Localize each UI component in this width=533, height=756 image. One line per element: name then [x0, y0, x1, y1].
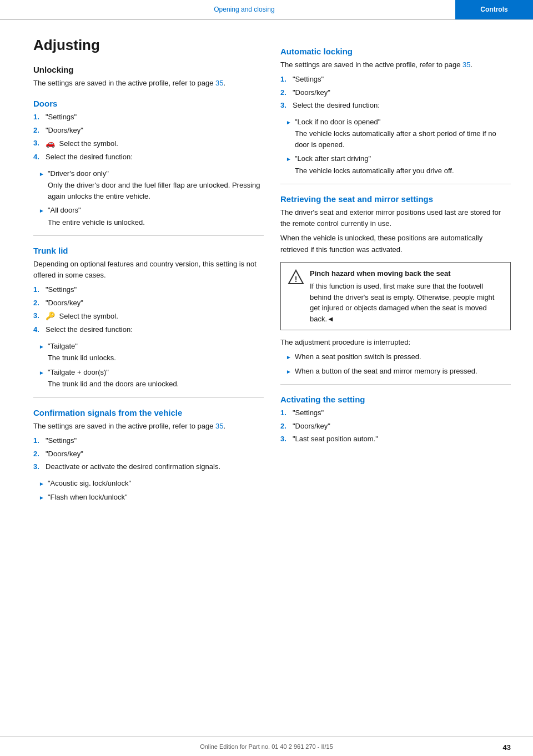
bullet-desc: Only the driver's door and the fuel fill… — [48, 180, 264, 201]
bullet-title: "Lock if no door is opened" — [295, 118, 381, 126]
page-footer: Online Edition for Part no. 01 40 2 961 … — [0, 736, 533, 756]
step-item: 1."Settings" — [280, 74, 511, 85]
divider — [33, 397, 264, 398]
section-activating-heading: Activating the setting — [280, 395, 511, 404]
left-column: Adjusting Unlocking The settings are sav… — [33, 37, 264, 506]
list-item: ► When a button of the seat and mirror m… — [286, 366, 511, 377]
doors-steps: 1."Settings" 2."Doors/key" 3.🚗 Select th… — [33, 112, 264, 163]
section-confirmation-heading: Confirmation signals from the vehicle — [33, 408, 264, 417]
list-item: ► "Driver's door only" Only the driver's… — [39, 168, 264, 202]
page-title: Adjusting — [33, 37, 264, 54]
step-item: 4.Select the desired function: — [33, 152, 264, 163]
adjustment-interrupted: The adjustment procedure is interrupted: — [280, 337, 511, 348]
confirmation-steps: 1."Settings" 2."Doors/key" 3.Deactivate … — [33, 435, 264, 472]
page-header: Opening and closing Controls — [0, 0, 533, 20]
bullet-icon: ► — [39, 493, 44, 502]
auto-locking-link[interactable]: 35 — [462, 61, 470, 69]
bullet-icon: ► — [286, 367, 291, 376]
bullet-title: "Tailgate" — [48, 342, 78, 350]
confirmation-link[interactable]: 35 — [215, 422, 223, 430]
list-item: ► "All doors" The entire vehicle is unlo… — [39, 205, 264, 228]
divider — [280, 184, 511, 184]
list-item: ► "Acoustic sig. lock/unlock" — [39, 478, 264, 489]
list-item: ► "Tailgate + door(s)" The trunk lid and… — [39, 367, 264, 390]
step-item: 3.Select the desired function: — [280, 100, 511, 111]
auto-locking-steps: 1."Settings" 2."Doors/key" 3.Select the … — [280, 74, 511, 111]
door-icon: 🚗 — [46, 138, 55, 149]
list-item: ► When a seat position switch is pressed… — [286, 351, 511, 362]
bullet-icon: ► — [39, 206, 44, 215]
list-item: ► "Flash when lock/unlock" — [39, 492, 264, 503]
step-item: 2."Doors/key" — [280, 421, 511, 432]
header-section-left: Opening and closing — [0, 6, 455, 13]
interrupt-bullets: ► When a seat position switch is pressed… — [286, 351, 511, 376]
section-seat-mirror-heading: Retrieving the seat and mirror settings — [280, 194, 511, 204]
right-column: Automatic locking The settings are saved… — [280, 37, 511, 506]
activating-steps: 1."Settings" 2."Doors/key" 3."Last seat … — [280, 407, 511, 445]
footer-text: Online Edition for Part no. 01 40 2 961 … — [200, 743, 333, 750]
step-item: 2."Doors/key" — [33, 125, 264, 136]
step-item: 3.Deactivate or activate the desired con… — [33, 461, 264, 472]
seat-mirror-intro1: The driver's seat and exterior mirror po… — [280, 207, 511, 229]
header-controls: Controls — [480, 6, 507, 13]
step-item: 2."Doors/key" — [33, 448, 264, 460]
warning-icon: ! — [288, 269, 304, 286]
bullet-icon: ► — [39, 170, 44, 178]
bullet-icon: ► — [286, 155, 291, 163]
trunk-bullets: ► "Tailgate" The trunk lid unlocks. ► "T… — [39, 341, 264, 390]
bullet-title: "Driver's door only" — [48, 169, 109, 178]
bullet-desc: The vehicle locks automatically after a … — [295, 128, 511, 150]
main-content: Adjusting Unlocking The settings are sav… — [0, 20, 533, 528]
divider — [280, 384, 511, 385]
trunk-steps: 1."Settings" 2."Doors/key" 3.🔑 Select th… — [33, 284, 264, 335]
bullet-icon: ► — [286, 118, 291, 127]
step-item: 1."Settings" — [33, 112, 264, 123]
section-doors-heading: Doors — [33, 99, 264, 108]
bullet-icon: ► — [286, 353, 291, 361]
warning-title: Pinch hazard when moving back the seat — [310, 268, 504, 279]
auto-locking-intro: The settings are saved in the active pro… — [280, 59, 511, 70]
warning-box: ! Pinch hazard when moving back the seat… — [280, 262, 511, 331]
seat-mirror-intro2: When the vehicle is unlocked, these posi… — [280, 233, 511, 255]
bullet-desc: The trunk lid and the doors are unlocked… — [48, 379, 264, 390]
step-item: 2."Doors/key" — [280, 87, 511, 98]
auto-locking-bullets: ► "Lock if no door is opened" The vehicl… — [286, 117, 511, 177]
step-item: 1."Settings" — [280, 407, 511, 419]
list-item: ► "Lock if no door is opened" The vehicl… — [286, 117, 511, 150]
warning-content: Pinch hazard when moving back the seat I… — [310, 268, 504, 325]
step-item: 3.🔑 Select the symbol. — [33, 310, 264, 322]
list-item: ► "Tailgate" The trunk lid unlocks. — [39, 341, 264, 364]
step-item: 3.🚗 Select the symbol. — [33, 138, 264, 149]
section-unlocking-heading: Unlocking — [33, 65, 264, 74]
warning-body: If this function is used, first make sur… — [310, 281, 504, 324]
unlocking-link[interactable]: 35 — [215, 79, 223, 87]
bullet-title: When a button of the seat and mirror mem… — [295, 367, 477, 375]
step-item: 1."Settings" — [33, 284, 264, 295]
step-item: 2."Doors/key" — [33, 298, 264, 309]
bullet-icon: ► — [39, 369, 44, 377]
step-item: 1."Settings" — [33, 435, 264, 446]
list-item: ► "Lock after start driving" The vehicle… — [286, 153, 511, 176]
header-opening-closing: Opening and closing — [214, 6, 274, 13]
header-section-right: Controls — [455, 0, 533, 19]
trunk-intro: Depending on optional features and count… — [33, 259, 264, 281]
confirmation-bullets: ► "Acoustic sig. lock/unlock" ► "Flash w… — [39, 478, 264, 503]
section-trunk-heading: Trunk lid — [33, 246, 264, 255]
divider — [33, 235, 264, 236]
bullet-icon: ► — [39, 480, 44, 488]
bullet-desc: The entire vehicle is unlocked. — [48, 217, 264, 228]
bullet-title: "All doors" — [48, 206, 81, 214]
bullet-title: When a seat position switch is pressed. — [295, 352, 421, 361]
bullet-title: "Tailgate + door(s)" — [48, 368, 109, 376]
bullet-title: "Flash when lock/unlock" — [48, 493, 128, 501]
bullet-desc: The trunk lid unlocks. — [48, 352, 264, 364]
step-item: 3."Last seat position autom." — [280, 434, 511, 445]
confirmation-intro: The settings are saved in the active pro… — [33, 421, 264, 432]
bullet-desc: The vehicle locks automatically after yo… — [295, 165, 511, 177]
bullet-title: "Lock after start driving" — [295, 154, 371, 163]
bullet-title: "Acoustic sig. lock/unlock" — [48, 479, 131, 487]
section-auto-locking-heading: Automatic locking — [280, 47, 511, 56]
step-item: 4.Select the desired function: — [33, 324, 264, 335]
trunk-icon: 🔑 — [46, 310, 55, 322]
doors-bullets: ► "Driver's door only" Only the driver's… — [39, 168, 264, 228]
